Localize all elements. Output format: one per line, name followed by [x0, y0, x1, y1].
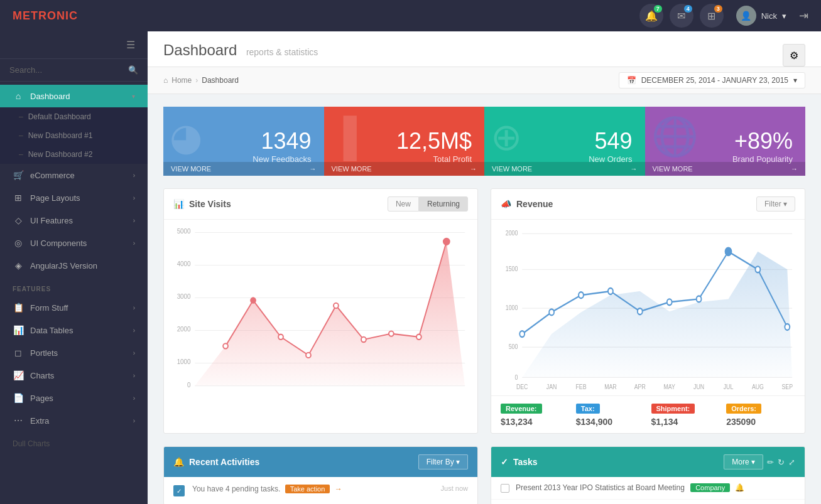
sidebar-sub-item-new-dashboard-1[interactable]: New Dashboard #1: [0, 126, 148, 145]
stat-card-footer-orders[interactable]: VIEW MORE →: [484, 162, 645, 176]
sidebar-item-ecommerce[interactable]: 🛒 eCommerce ›: [0, 164, 148, 186]
svg-text:SEP: SEP: [782, 383, 793, 389]
stat-card-footer-profit[interactable]: VIEW MORE →: [324, 162, 485, 176]
search-input[interactable]: [9, 65, 123, 75]
date-range-picker[interactable]: 📅 DECEMBER 25, 2014 - JANUARY 23, 2015 ▾: [619, 72, 805, 88]
orders-value: 235090: [726, 417, 795, 427]
arrow-right-icon: →: [310, 165, 317, 173]
sidebar-item-charts[interactable]: 📈 Charts ›: [0, 364, 148, 387]
sidebar-search-container: 🔍: [0, 59, 148, 82]
site-visits-title-text: Site Visits: [189, 199, 231, 209]
task-text: Present 2013 Year IPO Statistics at Boar…: [516, 483, 795, 492]
user-dropdown-icon: ▾: [782, 11, 786, 21]
filter-by-button[interactable]: Filter By ▾: [418, 454, 468, 469]
activity-time: Just now: [441, 485, 468, 492]
stat-card-footer-feedbacks[interactable]: VIEW MORE →: [163, 162, 324, 176]
tasks-button[interactable]: ⊞ 3: [700, 4, 724, 28]
chevron-right-icon: ›: [133, 417, 135, 424]
chevron-right-icon: ›: [133, 195, 135, 201]
refresh-icon[interactable]: ↻: [778, 458, 785, 467]
activity-checkbox[interactable]: ✓: [173, 485, 185, 496]
notifications-button[interactable]: 🔔 7: [639, 4, 663, 28]
breadcrumb-separator: ›: [195, 76, 198, 85]
extra-icon: ⋯: [13, 416, 24, 426]
page-title: Dashboard: [163, 41, 237, 59]
sidebar-item-label: Charts: [30, 371, 133, 380]
hamburger-icon[interactable]: ☰: [126, 39, 135, 51]
revenue-title: 📣 Revenue: [501, 199, 553, 209]
dull-charts-label: Dull Charts: [0, 432, 148, 456]
site-visits-chart-body: 5000 4000 3000 2000 1000 0: [164, 220, 477, 395]
logo: METRONIC: [13, 9, 78, 23]
site-visits-svg: 5000 4000 3000 2000 1000 0: [173, 226, 468, 389]
take-action-tag[interactable]: Take action: [285, 485, 330, 493]
sidebar-item-angularjs[interactable]: ◈ AngularJS Version: [0, 254, 148, 277]
stat-card-feedbacks: ◕ 1349 New Feedbacks VIEW MORE →: [163, 107, 324, 176]
svg-point-13: [223, 343, 228, 348]
site-visits-title: 📊 Site Visits: [173, 199, 231, 209]
svg-point-17: [334, 303, 339, 308]
sidebar-item-extra[interactable]: ⋯ Extra ›: [0, 409, 148, 432]
stat-card-footer-popularity[interactable]: VIEW MORE →: [645, 162, 806, 176]
svg-marker-12: [195, 242, 465, 386]
profit-bg-icon: ▐: [330, 115, 357, 159]
orders-badge: Orders:: [726, 404, 761, 414]
revenue-value: $13,234: [501, 417, 570, 427]
svg-text:3000: 3000: [177, 293, 191, 300]
arrow-right-icon: →: [470, 165, 477, 173]
toggle-new-button[interactable]: New: [388, 196, 419, 212]
sidebar-item-label: Data Tables: [30, 326, 133, 335]
sidebar-item-portlets[interactable]: ◻ Portlets ›: [0, 341, 148, 364]
sidebar-item-data-tables[interactable]: 📊 Data Tables ›: [0, 319, 148, 341]
home-icon: ⌂: [163, 76, 168, 85]
legend-shipment: Shipment: $1,134: [651, 402, 720, 427]
sidebar-item-dashboard[interactable]: ⌂ Dashboard ▾: [0, 85, 148, 107]
messages-button[interactable]: ✉ 4: [670, 4, 693, 28]
sidebar-sub-item-new-dashboard-2[interactable]: New Dashboard #2: [0, 145, 148, 164]
chevron-right-icon: ›: [133, 372, 135, 379]
view-more-label: VIEW MORE: [332, 165, 372, 173]
tax-badge: Tax:: [576, 404, 600, 414]
sidebar-item-page-layouts[interactable]: ⊞ Page Layouts ›: [0, 186, 148, 209]
sidebar-item-label: Portlets: [30, 348, 133, 358]
recent-activities-title-text: Recent Activities: [189, 457, 259, 467]
tasks-card: ✓ Tasks More ▾ ✏ ↻ ⤢ Present: [491, 446, 805, 504]
tasks-badge: 3: [714, 5, 722, 13]
user-menu[interactable]: 👤 Nick ▾: [736, 6, 786, 26]
svg-text:JAN: JAN: [546, 383, 557, 389]
revenue-title-text: Revenue: [516, 199, 553, 209]
sidebar-item-form-stuff[interactable]: 📋 Form Stuff ›: [0, 296, 148, 319]
svg-text:0: 0: [514, 373, 518, 381]
task-item: Present 2013 Year IPO Statistics at Boar…: [491, 477, 805, 500]
chevron-right-icon: ›: [133, 304, 135, 311]
sidebar-item-label: UI Features: [30, 216, 133, 225]
svg-text:1500: 1500: [506, 265, 518, 272]
sidebar-sub-item-default-dashboard[interactable]: Default Dashboard: [0, 107, 148, 126]
sidebar-item-ui-components[interactable]: ◎ UI Components ›: [0, 232, 148, 254]
svg-text:JUN: JUN: [693, 383, 704, 389]
settings-button[interactable]: ⚙: [783, 44, 805, 67]
view-more-label: VIEW MORE: [492, 165, 532, 173]
sidebar-item-ui-features[interactable]: ◇ UI Features ›: [0, 209, 148, 232]
svg-point-48: [697, 296, 702, 302]
svg-text:1000: 1000: [506, 304, 518, 311]
page-subtitle: reports & statistics: [246, 47, 318, 57]
search-icon: 🔍: [128, 65, 138, 75]
company-tag: Company: [690, 483, 730, 492]
chart-toggle: New Returning: [388, 196, 468, 212]
avatar: 👤: [736, 6, 756, 26]
sidebar-item-pages[interactable]: 📄 Pages ›: [0, 387, 148, 409]
tasks-header: ✓ Tasks More ▾ ✏ ↻ ⤢: [491, 447, 805, 477]
sidebar-header: ☰: [0, 31, 148, 59]
revenue-filter-button[interactable]: Filter ▾: [756, 196, 795, 212]
breadcrumb-home[interactable]: Home: [171, 76, 192, 85]
toggle-returning-button[interactable]: Returning: [419, 196, 468, 212]
popularity-bg-icon: 🌐: [651, 114, 699, 159]
expand-icon[interactable]: ⤢: [788, 458, 795, 467]
more-button[interactable]: More ▾: [724, 454, 763, 469]
task-checkbox[interactable]: [501, 484, 509, 493]
edit-icon[interactable]: ✏: [767, 458, 774, 467]
tasks-title-text: Tasks: [513, 457, 538, 467]
stat-card-profit: ▐ 12,5M$ Total Profit VIEW MORE →: [324, 107, 485, 176]
logout-button[interactable]: ⇥: [799, 9, 808, 23]
